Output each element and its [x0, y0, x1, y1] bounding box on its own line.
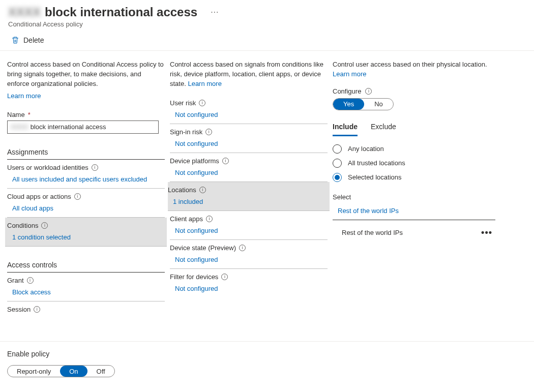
name-field-label: Name* [7, 111, 165, 118]
info-icon[interactable]: i [365, 88, 372, 95]
learn-more-link[interactable]: Learn more [188, 80, 221, 87]
condition-item-value[interactable]: 1 included [168, 198, 330, 205]
info-icon[interactable]: i [199, 187, 206, 193]
info-icon[interactable]: i [222, 158, 229, 164]
condition-item[interactable]: Sign-in riskiNot configured [170, 124, 328, 153]
page-subtitle: Conditional Access policy [8, 20, 526, 28]
select-section: Select Rest of the world IPs [333, 193, 495, 220]
cloud-apps-item[interactable]: Cloud apps or actionsi All cloud apps [7, 189, 165, 218]
radio-selected-locations[interactable]: Selected locations [333, 173, 495, 182]
toggle-report-only[interactable]: Report-only [8, 366, 60, 377]
condition-item-value[interactable]: Not configured [170, 140, 328, 147]
info-icon[interactable]: i [41, 222, 48, 229]
condition-item[interactable]: Locationsi1 included [168, 182, 330, 211]
column-conditions: Control access based on signals from con… [170, 60, 333, 341]
title-text: block international access [45, 5, 197, 19]
conditions-value[interactable]: 1 condition selected [7, 233, 165, 241]
row-more-icon[interactable]: ••• [481, 227, 492, 238]
configure-label: Configurei [333, 87, 495, 95]
overview-description: Control access based on Conditional Acce… [7, 60, 165, 89]
toggle-on[interactable]: On [60, 366, 87, 377]
users-item[interactable]: Users or workload identitiesi All users … [7, 160, 165, 189]
info-icon[interactable]: i [92, 164, 98, 171]
footer: Enable policy Report-only On Off [0, 342, 534, 387]
info-icon[interactable]: i [34, 306, 40, 313]
delete-label: Delete [23, 36, 44, 44]
radio-trusted-locations[interactable]: All trusted locations [333, 159, 495, 168]
session-item[interactable]: Sessioni [7, 301, 165, 318]
learn-more-link[interactable]: Learn more [7, 92, 165, 100]
toolbar: Delete [0, 31, 534, 51]
selected-location-row: Rest of the world IPs ••• [333, 220, 495, 238]
trash-icon [11, 36, 19, 44]
condition-item-value[interactable]: Not configured [170, 169, 328, 176]
info-icon[interactable]: i [206, 216, 213, 222]
users-value[interactable]: All users included and specific users ex… [7, 175, 165, 183]
include-exclude-tabs: Include Exclude [333, 119, 495, 136]
select-value-link[interactable]: Rest of the world IPs [333, 203, 495, 220]
column-overview: Control access based on Conditional Acce… [7, 60, 170, 341]
condition-item[interactable]: Filter for devicesiNot configured [170, 269, 328, 297]
info-icon[interactable]: i [221, 274, 228, 280]
more-actions-icon[interactable]: ··· [207, 8, 222, 17]
condition-item[interactable]: Client appsiNot configured [170, 211, 328, 240]
condition-item-value[interactable]: Not configured [170, 285, 328, 292]
configure-toggle[interactable]: Yes No [333, 98, 394, 110]
page-header: XXXX block international access ··· Cond… [0, 0, 534, 31]
info-icon[interactable]: i [74, 193, 81, 200]
info-icon[interactable]: i [27, 277, 34, 284]
delete-button[interactable]: Delete [11, 36, 44, 44]
title-redacted: XXXX [8, 5, 41, 19]
cloud-apps-value[interactable]: All cloud apps [7, 204, 165, 212]
select-label: Select [333, 193, 495, 203]
conditions-description: Control access based on signals from con… [170, 60, 328, 89]
condition-item-value[interactable]: Not configured [170, 111, 328, 118]
condition-item-value[interactable]: Not configured [170, 256, 328, 263]
assignments-header: Assignments [7, 145, 165, 160]
toggle-off[interactable]: Off [87, 366, 114, 377]
locations-description: Control user access based on their physi… [333, 60, 495, 79]
grant-value[interactable]: Block access [7, 288, 165, 296]
learn-more-link[interactable]: Learn more [333, 70, 366, 78]
location-radio-group: Any location All trusted locations Selec… [333, 144, 495, 182]
enable-policy-label: Enable policy [7, 350, 527, 358]
radio-any-location[interactable]: Any location [333, 144, 495, 154]
selected-location-name: Rest of the world IPs [342, 229, 403, 236]
access-controls-header: Access controls [7, 258, 165, 273]
grant-item[interactable]: Granti Block access [7, 273, 165, 301]
conditions-item[interactable]: Conditionsi 1 condition selected [5, 218, 167, 247]
info-icon[interactable]: i [205, 129, 212, 135]
condition-item[interactable]: Device platformsiNot configured [170, 153, 328, 182]
condition-item[interactable]: User riskiNot configured [170, 95, 328, 124]
column-locations: Control user access based on their physi… [333, 60, 495, 341]
info-icon[interactable]: i [239, 245, 246, 251]
page-title: XXXX block international access [8, 5, 197, 19]
condition-item[interactable]: Device state (Preview)iNot configured [170, 240, 328, 269]
enable-policy-toggle[interactable]: Report-only On Off [7, 365, 115, 377]
condition-item-value[interactable]: Not configured [170, 227, 328, 234]
tab-include[interactable]: Include [333, 119, 358, 136]
info-icon[interactable]: i [199, 100, 205, 106]
configure-no[interactable]: No [364, 99, 393, 110]
tab-exclude[interactable]: Exclude [371, 119, 396, 136]
name-input[interactable]: XXXX block international access [7, 120, 159, 134]
configure-yes[interactable]: Yes [333, 99, 364, 110]
